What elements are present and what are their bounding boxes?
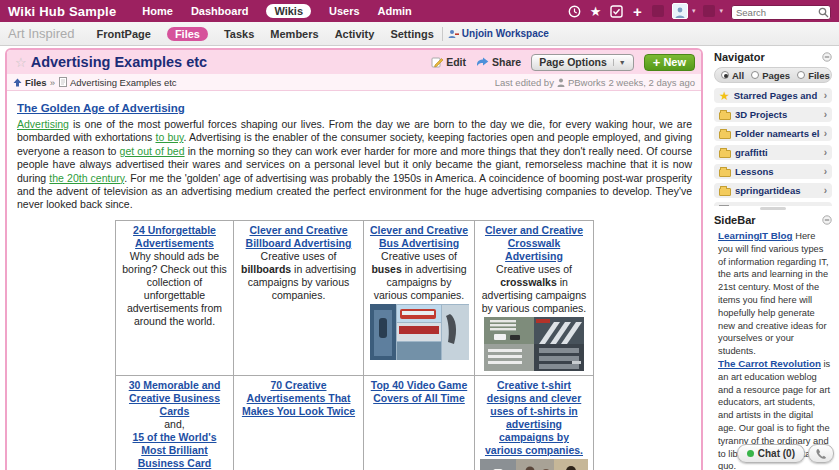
topbar-nav: HomeDashboardWikisUsersAdmin bbox=[142, 4, 411, 18]
filter-files[interactable]: Files bbox=[797, 70, 830, 81]
edit-button[interactable]: Edit bbox=[431, 56, 466, 68]
table-cell: Clever and Creative Crosswalk Advertisin… bbox=[475, 220, 594, 375]
workspace-tab-members[interactable]: Members bbox=[270, 28, 318, 40]
search-input[interactable] bbox=[731, 5, 831, 20]
new-button[interactable]: + New bbox=[644, 54, 695, 71]
sidebar-link[interactable]: The Carrot Revolution bbox=[718, 358, 821, 369]
tasks-checkbox-icon[interactable] bbox=[610, 5, 623, 18]
topbar-nav-wikis[interactable]: Wikis bbox=[266, 4, 311, 18]
favorites-star-icon[interactable]: ★ bbox=[589, 5, 602, 18]
advertising-link[interactable]: Advertising bbox=[17, 118, 69, 130]
sidebar-header: SideBar bbox=[714, 214, 832, 226]
content-panel: ☆ Advertising Examples etc Edit Share Pa… bbox=[5, 48, 703, 470]
unforgettable-ads-link[interactable]: 24 Unforgettable Advertisements bbox=[133, 224, 216, 249]
to-buy-link[interactable]: to buy bbox=[155, 131, 183, 143]
breadcrumb-files-link[interactable]: Files bbox=[25, 77, 47, 88]
topbar-nav-home[interactable]: Home bbox=[142, 5, 173, 17]
last-edited-user[interactable]: PBworks bbox=[568, 77, 605, 88]
search-box bbox=[731, 2, 831, 20]
sidebar-collapse-icon[interactable] bbox=[822, 215, 832, 225]
avatar-dropdown-arrow[interactable]: ▾ bbox=[692, 7, 696, 15]
table-cell: Clever and Creative Billboard Advertisin… bbox=[234, 220, 364, 375]
table-cell: 70 Creative Advertisements That Makes Yo… bbox=[234, 375, 364, 470]
app-brand[interactable]: Wiki Hub Sample bbox=[8, 4, 116, 19]
recent-activity-clock-icon[interactable] bbox=[568, 5, 581, 18]
panel-resize-handle[interactable] bbox=[760, 207, 786, 210]
page-actions: Edit Share Page Options ▼ + New bbox=[431, 54, 695, 71]
70-creative-ads-link[interactable]: 70 Creative Advertisements That Makes Yo… bbox=[242, 379, 355, 417]
navigator-collapse-icon[interactable] bbox=[822, 52, 832, 62]
unjoin-workspace-button[interactable]: Unjoin Workspace bbox=[447, 28, 549, 39]
table-cell: Clever and Creative Bus Advertising Crea… bbox=[364, 220, 475, 375]
navigator-item[interactable]: graffitti› bbox=[714, 145, 832, 160]
navigator-item[interactable]: 3D Projects› bbox=[714, 107, 832, 122]
chevron-right-icon: › bbox=[824, 185, 827, 196]
navigator-title: Navigator bbox=[714, 51, 765, 63]
navigator-item-label: Folder namearts element... bbox=[735, 128, 820, 139]
files-breadcrumb-icon bbox=[13, 78, 22, 87]
switcher-dropdown-arrow[interactable]: ▾ bbox=[719, 7, 723, 15]
sidebar-link[interactable]: LearningIT Blog bbox=[718, 230, 793, 241]
navigator-header: Navigator bbox=[714, 51, 832, 63]
filter-all[interactable]: All bbox=[721, 70, 744, 81]
get-out-of-bed-link[interactable]: get out of bed bbox=[120, 145, 185, 157]
navigator-item[interactable]: ★Starred Pages and Files› bbox=[714, 88, 832, 103]
user-avatar[interactable] bbox=[672, 3, 688, 19]
workspace-nav: FrontPageFilesTasksMembersActivitySettin… bbox=[96, 27, 433, 41]
page-options-button[interactable]: Page Options ▼ bbox=[531, 54, 634, 71]
navigator-item-label: 1 Point Perspective.png bbox=[733, 204, 827, 206]
sidebar-entry: LearningIT Blog Here you will find vario… bbox=[718, 230, 832, 358]
20th-century-link[interactable]: the 20th century bbox=[49, 172, 124, 184]
chat-button[interactable]: Chat (0) bbox=[737, 444, 805, 463]
navigator-item[interactable]: springartideas› bbox=[714, 183, 832, 198]
page-header: ☆ Advertising Examples etc Edit Share Pa… bbox=[7, 50, 701, 74]
sidebar-title: SideBar bbox=[714, 214, 756, 226]
navigator-item-label: graffitti bbox=[735, 147, 820, 158]
topbar-nav-dashboard[interactable]: Dashboard bbox=[191, 5, 248, 17]
navigator-item[interactable]: Lessons› bbox=[714, 164, 832, 179]
bus-advertising-image bbox=[370, 304, 469, 360]
workspace-tab-frontpage[interactable]: FrontPage bbox=[96, 28, 150, 40]
navigator-item-label: 3D Projects bbox=[735, 109, 820, 120]
divider bbox=[442, 27, 443, 41]
billboard-advertising-link[interactable]: Clever and Creative Billboard Advertisin… bbox=[246, 224, 352, 249]
navigator-item[interactable]: 1 Point Perspective.png bbox=[714, 202, 832, 206]
person-minus-icon bbox=[447, 29, 459, 39]
workspace-bar: Art Inspired FrontPageFilesTasksMembersA… bbox=[0, 22, 839, 46]
table-cell: 30 Memorable and Creative Business Cards… bbox=[116, 375, 234, 470]
chevron-right-icon: › bbox=[824, 166, 827, 177]
table-cell: 24 Unforgettable Advertisements Why shou… bbox=[116, 220, 234, 375]
navigator-item-label: Starred Pages and Files bbox=[734, 90, 820, 101]
content-heading-link[interactable]: The Golden Age of Advertising bbox=[17, 102, 185, 114]
add-icon[interactable]: + bbox=[631, 5, 644, 18]
crosswalk-advertising-image bbox=[484, 317, 584, 371]
crosswalk-advertising-link[interactable]: Clever and Creative Crosswalk Advertisin… bbox=[485, 224, 583, 262]
workspace-name: Art Inspired bbox=[8, 26, 74, 41]
phone-icon bbox=[815, 448, 827, 460]
tshirt-advertising-link[interactable]: Creative t-shirt designs and clever uses… bbox=[485, 379, 583, 456]
workspace-tab-tasks[interactable]: Tasks bbox=[224, 28, 254, 40]
navigator-item[interactable]: Folder namearts element...› bbox=[714, 126, 832, 141]
radio-selected-icon bbox=[721, 71, 729, 79]
share-button[interactable]: Share bbox=[476, 56, 521, 68]
workspace-tab-activity[interactable]: Activity bbox=[335, 28, 375, 40]
right-sidebar: Navigator All Pages Files ★Starred Pages… bbox=[706, 46, 839, 470]
call-button[interactable] bbox=[808, 444, 834, 463]
workspace-tab-settings[interactable]: Settings bbox=[390, 28, 433, 40]
topbar-nav-admin[interactable]: Admin bbox=[378, 5, 412, 17]
favorite-page-star-icon[interactable]: ☆ bbox=[15, 55, 27, 70]
workspace-switcher[interactable] bbox=[703, 5, 715, 17]
advertising-examples-table: 24 Unforgettable Advertisements Why shou… bbox=[115, 220, 594, 470]
filter-pages[interactable]: Pages bbox=[751, 70, 790, 81]
page-content: The Golden Age of Advertising Advertisin… bbox=[7, 91, 701, 470]
business-cards-link[interactable]: 30 Memorable and Creative Business Cards bbox=[129, 379, 221, 417]
video-game-covers-link[interactable]: Top 40 Video Game Covers of All Time bbox=[371, 379, 467, 404]
breadcrumb-separator: » bbox=[50, 77, 55, 88]
topbar-nav-users[interactable]: Users bbox=[329, 5, 360, 17]
topbar-actions: ★ + ▾ ▾ bbox=[568, 2, 831, 20]
workspace-thumbnail[interactable] bbox=[652, 5, 664, 17]
workspace-tab-files[interactable]: Files bbox=[167, 27, 208, 41]
dropdown-arrow-icon: ▼ bbox=[613, 59, 626, 66]
brilliant-business-cards-link[interactable]: 15 of the World's Most Brilliant Busines… bbox=[133, 431, 217, 470]
bus-advertising-link[interactable]: Clever and Creative Bus Advertising bbox=[370, 224, 468, 249]
